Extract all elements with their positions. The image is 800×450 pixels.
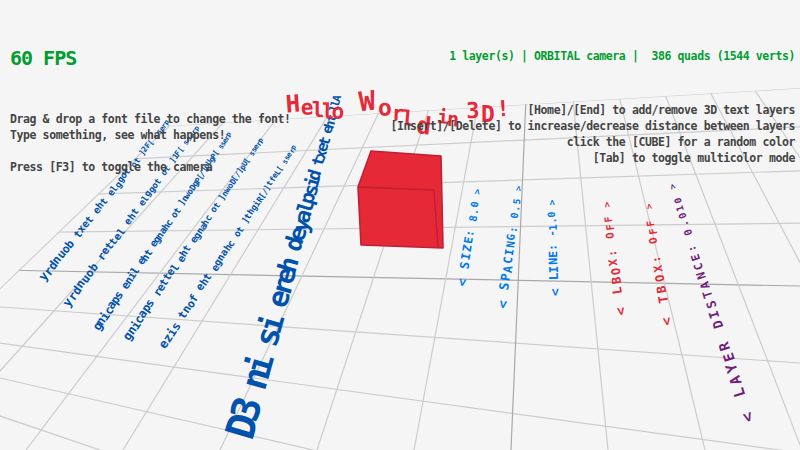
ground-char: 1 (548, 224, 559, 231)
ground-char: S (458, 260, 471, 269)
ground-char: N (548, 258, 560, 265)
hud-left-lines: Drag & drop a font file to change the fo… (10, 111, 291, 175)
ground-char: G (506, 233, 518, 241)
ground-char: S (498, 282, 512, 291)
hello-char: W (358, 87, 377, 116)
hud-text-line: [Home]/[End] to add/remove 3D text layer… (391, 102, 795, 118)
ground-char: : (651, 255, 663, 264)
ground-char: P (500, 273, 513, 282)
ground-char: L (548, 273, 561, 281)
hud-text-line (10, 143, 291, 159)
ground-char: : (548, 244, 559, 251)
hud-left: 60 FPS Drag & drop a font file to change… (10, 9, 291, 213)
ground-char: - (548, 230, 559, 237)
ground-char: I (548, 265, 560, 273)
hud-text-line: Type something, see what happens! (10, 127, 291, 143)
ground-char: . (547, 218, 557, 224)
ground-char: O (609, 267, 622, 276)
ground-char: : (464, 229, 476, 238)
hud-right-lines: [Home]/[End] to add/remove 3D text layer… (391, 102, 795, 166)
ground-char: : (507, 226, 518, 234)
ground-char: X (608, 258, 621, 267)
stats-line: 1 layer(s) | ORBITAL camera | 386 quads … (391, 48, 795, 64)
ground-char: 0 (547, 211, 557, 217)
hud-text-line: [Insert]/[Delete] to increase/decrease d… (391, 118, 795, 134)
ground-char: E (548, 251, 560, 258)
ground-char: < (614, 306, 628, 316)
ground-char: F (646, 219, 657, 227)
hud-right: 1 layer(s) | ORBITAL camera | 386 quads … (391, 10, 795, 204)
fps-counter: 60 FPS (10, 47, 291, 69)
ground-char: 0 (510, 211, 521, 218)
hud-text-line: click the [CUBE] for a random color (391, 134, 795, 150)
ground-char: . (511, 205, 521, 212)
ground-char: < (548, 288, 561, 296)
grid-line (0, 302, 800, 450)
ground-char: < (455, 277, 469, 287)
ground-char: B (655, 284, 668, 293)
ground-char: : (607, 249, 619, 257)
hud-text-line: [Tab] to toggle multicolor mode (391, 150, 795, 166)
3d-text-demo-scene: press[Left]/[Right]tochangethefontsizepr… (0, 0, 800, 450)
grid-line (0, 309, 800, 450)
hud-text-line: Press [F3] to toggle the camera (10, 159, 291, 175)
ground-char: A (501, 265, 514, 274)
grid-line (0, 264, 800, 292)
hud-text-line: Drag & drop a font file to change the fo… (10, 111, 291, 127)
hello-char: o (331, 101, 345, 123)
